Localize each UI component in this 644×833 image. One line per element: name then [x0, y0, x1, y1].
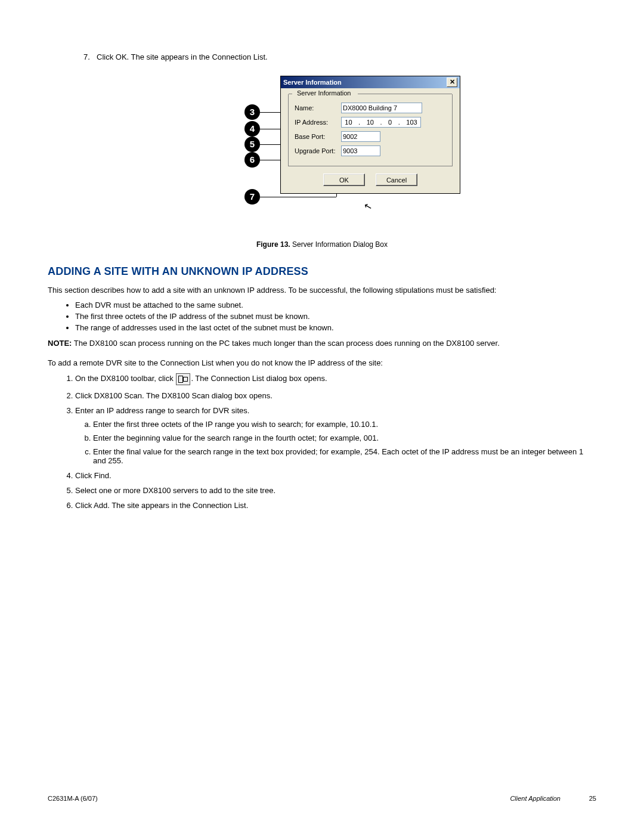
step-1: On the DX8100 toolbar, click . The Conne…	[75, 373, 596, 385]
footer-mid: Client Application	[510, 795, 561, 802]
page-number: 25	[561, 795, 596, 802]
figure-13: 3 4 5 6 7 Server Information ✕ Server In…	[137, 76, 507, 231]
upgport-label: Upgrade Port:	[295, 147, 341, 154]
page-footer: C2631M-A (6/07) Client Application 25	[48, 795, 596, 802]
figure-caption: Figure 13. Server Information Dialog Box	[48, 240, 596, 249]
ip-input[interactable]: 10. 10. 0. 103	[341, 117, 421, 128]
step-3a: Enter the first three octets of the IP r…	[93, 420, 596, 429]
callout-4: 4	[244, 121, 260, 137]
cursor-icon: ↖	[363, 200, 373, 213]
baseport-label: Base Port:	[295, 133, 341, 140]
ip-label: IP Address:	[295, 119, 341, 126]
step-text: Click OK. The site appears in the Connec…	[97, 52, 268, 61]
groupbox-legend: Server Information	[295, 89, 353, 97]
server-info-dialog: Server Information ✕ Server Information …	[280, 76, 460, 194]
callout-7: 7	[244, 189, 260, 205]
ok-button[interactable]: OK	[323, 174, 365, 186]
close-icon[interactable]: ✕	[447, 78, 457, 87]
list-item: Each DVR must be attached to the same su…	[75, 301, 596, 309]
note: NOTE: The DX8100 scan process running on…	[48, 338, 596, 349]
steps-list: On the DX8100 toolbar, click . The Conne…	[48, 373, 596, 510]
callout-5: 5	[244, 137, 260, 152]
section-heading: ADDING A SITE WITH AN UNKNOWN IP ADDRESS	[48, 265, 596, 278]
name-input[interactable]	[341, 103, 422, 113]
stipulations-list: Each DVR must be attached to the same su…	[48, 301, 596, 332]
intro-para: This section describes how to add a site…	[48, 285, 596, 296]
step-2: Click DX8100 Scan. The DX8100 Scan dialo…	[75, 391, 596, 400]
step-3b: Enter the beginning value for the search…	[93, 433, 596, 442]
cancel-button[interactable]: Cancel	[376, 174, 417, 186]
step-6: Click Add. The site appears in the Conne…	[75, 501, 596, 510]
baseport-input[interactable]	[341, 131, 380, 142]
step-num: 7.	[83, 52, 97, 61]
name-label: Name:	[295, 104, 341, 112]
step-4: Click Find.	[75, 471, 596, 480]
callout-3: 3	[244, 104, 260, 120]
callout-6: 6	[244, 152, 260, 168]
lead-para: To add a remote DVR site to the Connecti…	[48, 358, 596, 368]
step-5: Select one or more DX8100 servers to add…	[75, 486, 596, 495]
upgport-input[interactable]	[341, 145, 380, 156]
step-7: 7.Click OK. The site appears in the Conn…	[83, 52, 596, 61]
connection-list-icon	[176, 373, 190, 385]
list-item: The range of addresses used in the last …	[75, 323, 596, 332]
dialog-titlebar: Server Information ✕	[281, 76, 460, 88]
dialog-title: Server Information	[283, 79, 342, 86]
step-3c: Enter the final value for the search ran…	[93, 447, 596, 465]
list-item: The first three octets of the IP address…	[75, 312, 596, 321]
footer-left: C2631M-A (6/07)	[48, 795, 98, 802]
step-3: Enter an IP address range to search for …	[75, 406, 596, 465]
